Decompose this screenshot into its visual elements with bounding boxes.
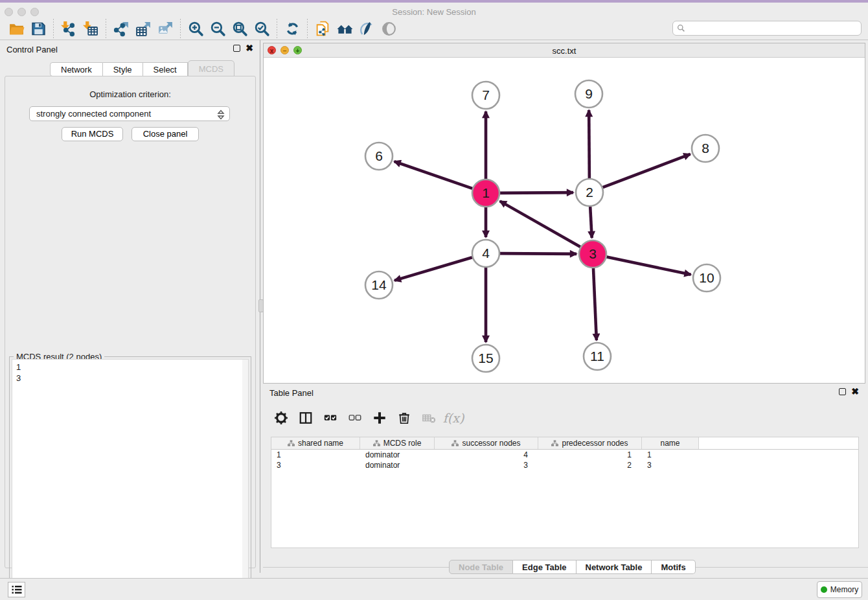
cell-predecessor-nodes[interactable]: 1 bbox=[538, 450, 642, 460]
svg-text:8: 8 bbox=[702, 141, 709, 156]
cell-predecessor-nodes[interactable]: 2 bbox=[538, 460, 642, 470]
tree-icon bbox=[451, 440, 459, 446]
node-7[interactable]: 7 bbox=[472, 82, 499, 109]
control-panel-titlebar: Control Panel ✖ bbox=[0, 40, 260, 58]
edge-2-9[interactable] bbox=[589, 110, 589, 178]
search-icon bbox=[677, 24, 685, 32]
cell-successor-nodes[interactable]: 3 bbox=[435, 460, 538, 470]
network-graph[interactable]: 7968124314101511 bbox=[264, 58, 865, 384]
refresh-icon[interactable] bbox=[281, 19, 303, 38]
trash-icon[interactable] bbox=[394, 408, 415, 428]
search-field[interactable] bbox=[672, 21, 862, 36]
cell-shared-name[interactable]: 1 bbox=[271, 450, 360, 460]
node-4[interactable]: 4 bbox=[472, 240, 499, 267]
float-panel-icon[interactable] bbox=[233, 45, 240, 52]
column-header-name[interactable]: name bbox=[642, 437, 699, 449]
import-network-icon[interactable] bbox=[58, 19, 80, 38]
zoom-out-icon[interactable] bbox=[207, 19, 229, 38]
table-row[interactable]: 1dominator411 bbox=[271, 450, 858, 460]
tab-node-table[interactable]: Node Table bbox=[449, 560, 513, 574]
cell-MCDS-role[interactable]: dominator bbox=[360, 460, 435, 470]
column-header-MCDS-role[interactable]: MCDS role bbox=[360, 437, 435, 449]
svg-text:9: 9 bbox=[585, 86, 593, 101]
tab-motifs[interactable]: Motifs bbox=[652, 560, 695, 574]
eye-icon[interactable] bbox=[378, 19, 400, 38]
svg-text:1: 1 bbox=[482, 185, 490, 200]
svg-text:7: 7 bbox=[482, 87, 490, 102]
edge-2-8[interactable] bbox=[603, 154, 691, 187]
edge-1-2[interactable] bbox=[500, 192, 573, 193]
split-columns-icon[interactable] bbox=[295, 408, 316, 428]
zoom-fit-icon[interactable] bbox=[229, 19, 251, 38]
tab-network[interactable]: Network bbox=[50, 62, 103, 76]
close-panel-button[interactable]: Close panel bbox=[131, 127, 199, 141]
zoom-in-icon[interactable] bbox=[185, 19, 207, 38]
tab-edge-table[interactable]: Edge Table bbox=[513, 560, 576, 574]
float-table-panel-icon[interactable] bbox=[839, 388, 846, 395]
table-row[interactable]: 3dominator323 bbox=[271, 460, 858, 470]
edge-3-1[interactable] bbox=[500, 201, 580, 247]
result-scrollbar[interactable] bbox=[242, 360, 248, 600]
node-15[interactable]: 15 bbox=[472, 345, 499, 372]
tab-select[interactable]: Select bbox=[143, 62, 188, 76]
clone-network-icon[interactable] bbox=[312, 19, 334, 38]
cell-shared-name[interactable]: 3 bbox=[271, 460, 360, 470]
edge-2-3[interactable] bbox=[590, 207, 592, 238]
cell-MCDS-role[interactable]: dominator bbox=[360, 450, 435, 460]
edge-4-3[interactable] bbox=[500, 253, 577, 254]
node-8[interactable]: 8 bbox=[692, 135, 719, 162]
task-list-icon bbox=[11, 584, 23, 595]
export-image-icon[interactable] bbox=[154, 19, 176, 38]
node-11[interactable]: 11 bbox=[584, 343, 611, 370]
add-icon[interactable] bbox=[369, 408, 390, 428]
table-body: 1dominator4113dominator323 bbox=[271, 450, 858, 470]
pen-circle-icon[interactable] bbox=[356, 19, 378, 38]
check-all-icon[interactable] bbox=[320, 408, 341, 428]
column-label: predecessor nodes bbox=[562, 439, 628, 448]
node-table[interactable]: shared nameMCDS rolesuccessor nodesprede… bbox=[271, 437, 859, 548]
column-header-successor-nodes[interactable]: successor nodes bbox=[435, 437, 538, 449]
import-table-icon[interactable] bbox=[80, 19, 102, 38]
houses-icon[interactable] bbox=[334, 19, 356, 38]
tab-mcds[interactable]: MCDS bbox=[188, 60, 234, 77]
cell-successor-nodes[interactable]: 4 bbox=[435, 450, 538, 460]
tab-network-table[interactable]: Network Table bbox=[577, 560, 652, 574]
node-9[interactable]: 9 bbox=[575, 80, 602, 108]
column-label: successor nodes bbox=[462, 439, 520, 448]
gear-icon[interactable] bbox=[271, 408, 291, 428]
node-2[interactable]: 2 bbox=[576, 179, 603, 206]
edge-3-10[interactable] bbox=[607, 257, 691, 275]
memory-button[interactable]: Memory bbox=[817, 581, 862, 598]
open-session-icon[interactable] bbox=[5, 19, 27, 38]
save-session-icon[interactable] bbox=[27, 19, 49, 38]
cell-name[interactable]: 3 bbox=[642, 460, 699, 470]
column-header-predecessor-nodes[interactable]: predecessor nodes bbox=[538, 437, 642, 449]
run-mcds-button[interactable]: Run MCDS bbox=[62, 127, 123, 141]
uncheck-all-icon[interactable] bbox=[345, 408, 365, 428]
edge-1-6[interactable] bbox=[394, 161, 473, 189]
node-14[interactable]: 14 bbox=[365, 271, 393, 299]
network-canvas[interactable]: 7968124314101511 bbox=[264, 58, 865, 383]
optimization-value: strongly connected component bbox=[36, 109, 151, 119]
mcds-result-text[interactable]: 1 3 bbox=[12, 359, 249, 600]
close-panel-icon[interactable]: ✖ bbox=[246, 45, 253, 52]
window-title: Session: New Session bbox=[0, 7, 868, 17]
node-10[interactable]: 10 bbox=[693, 264, 720, 292]
node-3[interactable]: 3 bbox=[579, 240, 606, 268]
node-6[interactable]: 6 bbox=[365, 143, 393, 170]
optimization-select[interactable]: strongly connected component bbox=[29, 106, 230, 121]
edge-4-14[interactable] bbox=[394, 257, 472, 281]
cell-name[interactable]: 1 bbox=[642, 450, 699, 460]
task-history-button[interactable] bbox=[8, 582, 25, 597]
zoom-selected-icon[interactable] bbox=[251, 19, 273, 38]
export-network-icon[interactable] bbox=[110, 19, 132, 38]
close-table-panel-icon[interactable]: ✖ bbox=[851, 388, 859, 395]
export-table-icon[interactable] bbox=[132, 19, 154, 38]
edge-3-11[interactable] bbox=[593, 268, 597, 340]
network-titlebar[interactable]: x – + scc.txt bbox=[264, 43, 865, 58]
column-header-shared-name[interactable]: shared name bbox=[271, 437, 360, 449]
svg-text:2: 2 bbox=[586, 185, 593, 200]
search-input[interactable] bbox=[685, 21, 861, 35]
node-1[interactable]: 1 bbox=[472, 179, 499, 207]
tab-style[interactable]: Style bbox=[103, 62, 143, 76]
